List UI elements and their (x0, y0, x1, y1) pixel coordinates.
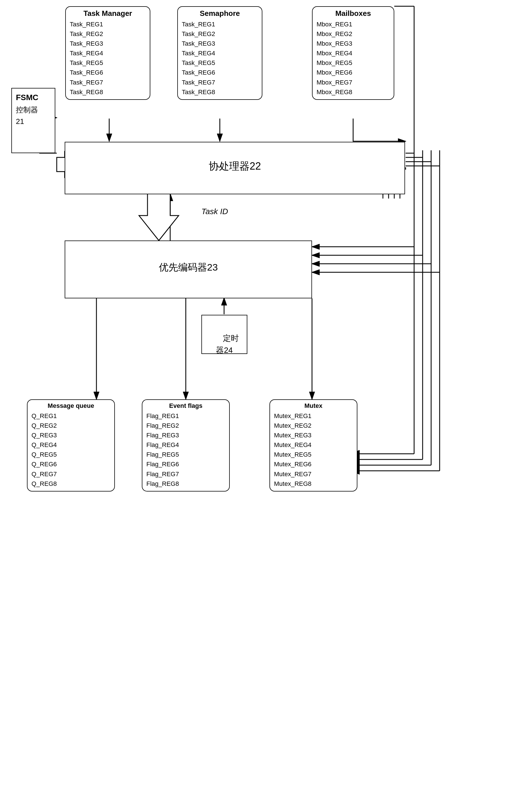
reg-item: Q_REG2 (31, 421, 110, 431)
reg-item: Task_REG7 (182, 78, 258, 87)
mailboxes-title: Mailboxes (317, 9, 390, 18)
fsmc-label-line1: FSMC (16, 91, 51, 104)
reg-item: Flag_REG1 (146, 411, 225, 421)
task-manager-title: Task Manager (70, 9, 146, 18)
reg-item: Mutex_REG7 (274, 469, 353, 479)
reg-item: Q_REG3 (31, 431, 110, 440)
reg-item: Mbox_REG7 (317, 78, 390, 87)
reg-item: Mbox_REG5 (317, 58, 390, 68)
reg-item: Task_REG1 (70, 19, 146, 29)
reg-item: Task_REG1 (182, 19, 258, 29)
message-queue-title: Message queue (31, 402, 110, 409)
mailboxes-regs: Mbox_REG1Mbox_REG2Mbox_REG3Mbox_REG4Mbox… (317, 19, 390, 97)
reg-item: Q_REG8 (31, 479, 110, 489)
task-manager-box: Task Manager Task_REG1Task_REG2Task_REG3… (65, 6, 150, 100)
reg-item: Q_REG4 (31, 440, 110, 450)
coprocessor-box: 协处理器22 (65, 142, 405, 194)
mutex-box: Mutex Mutex_REG1Mutex_REG2Mutex_REG3Mute… (269, 399, 357, 492)
reg-item: Task_REG2 (182, 29, 258, 39)
coprocessor-label: 协处理器22 (65, 142, 405, 176)
reg-item: Task_REG3 (182, 39, 258, 48)
reg-item: Mbox_REG1 (317, 19, 390, 29)
reg-item: Mutex_REG3 (274, 431, 353, 440)
fsmc-label-line2: 控制器 (16, 104, 51, 116)
reg-item: Flag_REG3 (146, 431, 225, 440)
reg-item: Q_REG1 (31, 411, 110, 421)
reg-item: Flag_REG8 (146, 479, 225, 489)
timer-label: 定时 器24 (202, 315, 247, 371)
mailboxes-box: Mailboxes Mbox_REG1Mbox_REG2Mbox_REG3Mbo… (312, 6, 394, 100)
diagram-container: FSMC 控制器 21 Task Manager Task_REG1Task_R… (0, 0, 527, 812)
semaphore-title: Semaphore (182, 9, 258, 18)
mutex-regs: Mutex_REG1Mutex_REG2Mutex_REG3Mutex_REG4… (274, 411, 353, 489)
fsmc-label-line3: 21 (16, 116, 51, 128)
reg-item: Flag_REG4 (146, 440, 225, 450)
reg-item: Flag_REG2 (146, 421, 225, 431)
priority-encoder-label: 优先编码器23 (65, 241, 311, 277)
semaphore-regs: Task_REG1Task_REG2Task_REG3Task_REG4Task… (182, 19, 258, 97)
reg-item: Flag_REG6 (146, 460, 225, 469)
reg-item: Mutex_REG2 (274, 421, 353, 431)
reg-item: Mbox_REG3 (317, 39, 390, 48)
reg-item: Mbox_REG6 (317, 68, 390, 77)
reg-item: Q_REG5 (31, 450, 110, 460)
reg-item: Task_REG6 (182, 68, 258, 77)
reg-item: Task_REG8 (182, 87, 258, 97)
message-queue-regs: Q_REG1Q_REG2Q_REG3Q_REG4Q_REG5Q_REG6Q_RE… (31, 411, 110, 489)
reg-item: Mutex_REG1 (274, 411, 353, 421)
reg-item: Mutex_REG6 (274, 460, 353, 469)
reg-item: Mbox_REG4 (317, 48, 390, 58)
mutex-title: Mutex (274, 402, 353, 409)
priority-encoder-box: 优先编码器23 (65, 241, 312, 299)
reg-item: Task_REG8 (70, 87, 146, 97)
task-id-label: Task ID (201, 207, 228, 216)
reg-item: Flag_REG5 (146, 450, 225, 460)
reg-item: Task_REG4 (70, 48, 146, 58)
reg-item: Task_REG5 (70, 58, 146, 68)
reg-item: Mbox_REG2 (317, 29, 390, 39)
reg-item: Mbox_REG8 (317, 87, 390, 97)
event-flags-regs: Flag_REG1Flag_REG2Flag_REG3Flag_REG4Flag… (146, 411, 225, 489)
reg-item: Mutex_REG8 (274, 479, 353, 489)
reg-item: Task_REG7 (70, 78, 146, 87)
semaphore-box: Semaphore Task_REG1Task_REG2Task_REG3Tas… (177, 6, 262, 100)
reg-item: Mutex_REG4 (274, 440, 353, 450)
fsmc-box: FSMC 控制器 21 (11, 88, 55, 153)
reg-item: Flag_REG7 (146, 469, 225, 479)
reg-item: Task_REG3 (70, 39, 146, 48)
reg-item: Mutex_REG5 (274, 450, 353, 460)
reg-item: Task_REG2 (70, 29, 146, 39)
event-flags-title: Event flags (146, 402, 225, 409)
reg-item: Task_REG6 (70, 68, 146, 77)
svg-marker-9 (139, 193, 179, 241)
message-queue-box: Message queue Q_REG1Q_REG2Q_REG3Q_REG4Q_… (27, 399, 115, 492)
reg-item: Q_REG7 (31, 469, 110, 479)
task-manager-regs: Task_REG1Task_REG2Task_REG3Task_REG4Task… (70, 19, 146, 97)
reg-item: Q_REG6 (31, 460, 110, 469)
timer-box: 定时 器24 (201, 315, 247, 354)
event-flags-box: Event flags Flag_REG1Flag_REG2Flag_REG3F… (142, 399, 230, 492)
reg-item: Task_REG5 (182, 58, 258, 68)
reg-item: Task_REG4 (182, 48, 258, 58)
